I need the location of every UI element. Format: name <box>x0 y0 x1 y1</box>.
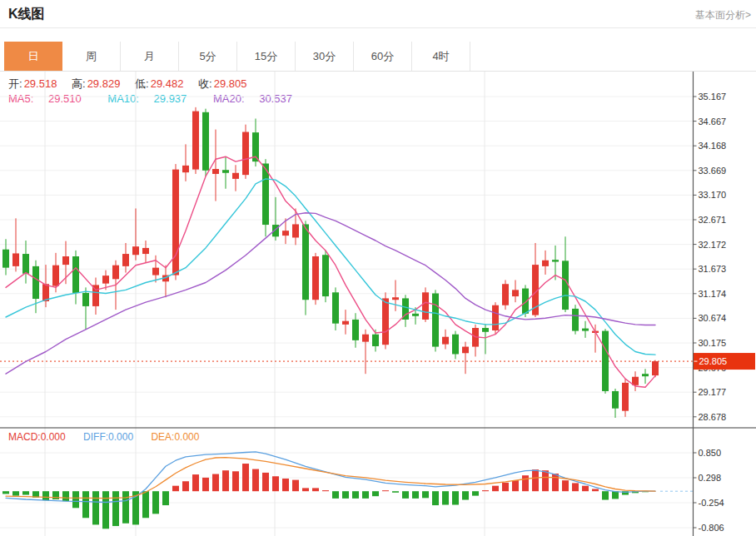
tab-period-5[interactable]: 30分 <box>296 42 354 71</box>
macd-value: MACD:0.000 <box>8 431 66 443</box>
svg-text:33.669: 33.669 <box>699 166 727 176</box>
svg-text:31.673: 31.673 <box>699 264 727 274</box>
macd-info-bar: MACD:0.000 DIFF:0.000 DEA:0.000 <box>8 431 214 443</box>
tab-period-7[interactable]: 4时 <box>412 42 470 71</box>
tab-period-4[interactable]: 15分 <box>237 42 296 71</box>
svg-text:0.850: 0.850 <box>699 448 722 458</box>
svg-text:30.175: 30.175 <box>699 338 727 348</box>
svg-text:30.674: 30.674 <box>699 313 727 323</box>
svg-text:0.298: 0.298 <box>699 473 722 483</box>
page-title: K线图 <box>8 6 45 23</box>
diff-value: DIFF:0.000 <box>83 431 133 443</box>
header-divider <box>0 27 756 28</box>
chart-canvas[interactable]: 35.16734.66734.16833.66933.17032.67132.1… <box>0 72 756 536</box>
svg-text:32.671: 32.671 <box>699 215 727 225</box>
svg-text:33.170: 33.170 <box>699 190 727 200</box>
tab-period-6[interactable]: 60分 <box>354 42 412 71</box>
current-price-badge: 29.805 <box>694 353 755 370</box>
tab-period-0[interactable]: 日 <box>4 42 62 71</box>
kline-widget: K线图 基本面分析> 日周月5分15分30分60分4时 开:29.518 高:2… <box>0 0 756 536</box>
svg-text:-0.806: -0.806 <box>699 523 724 533</box>
fundamental-analysis-link[interactable]: 基本面分析> <box>695 8 751 22</box>
svg-text:34.667: 34.667 <box>699 117 727 127</box>
tab-period-3[interactable]: 5分 <box>179 42 237 71</box>
tab-period-1[interactable]: 周 <box>62 42 121 71</box>
svg-text:35.167: 35.167 <box>699 92 727 102</box>
svg-text:32.172: 32.172 <box>699 240 727 250</box>
svg-text:29.805: 29.805 <box>699 356 728 366</box>
svg-text:-0.254: -0.254 <box>699 498 724 508</box>
svg-text:34.168: 34.168 <box>699 141 727 151</box>
dea-value: DEA:0.000 <box>151 431 199 443</box>
svg-text:28.678: 28.678 <box>699 412 727 422</box>
svg-text:29.177: 29.177 <box>699 387 727 397</box>
period-tabbar: 日周月5分15分30分60分4时 <box>4 42 470 71</box>
svg-text:31.174: 31.174 <box>699 289 727 299</box>
tab-period-2[interactable]: 月 <box>121 42 179 71</box>
